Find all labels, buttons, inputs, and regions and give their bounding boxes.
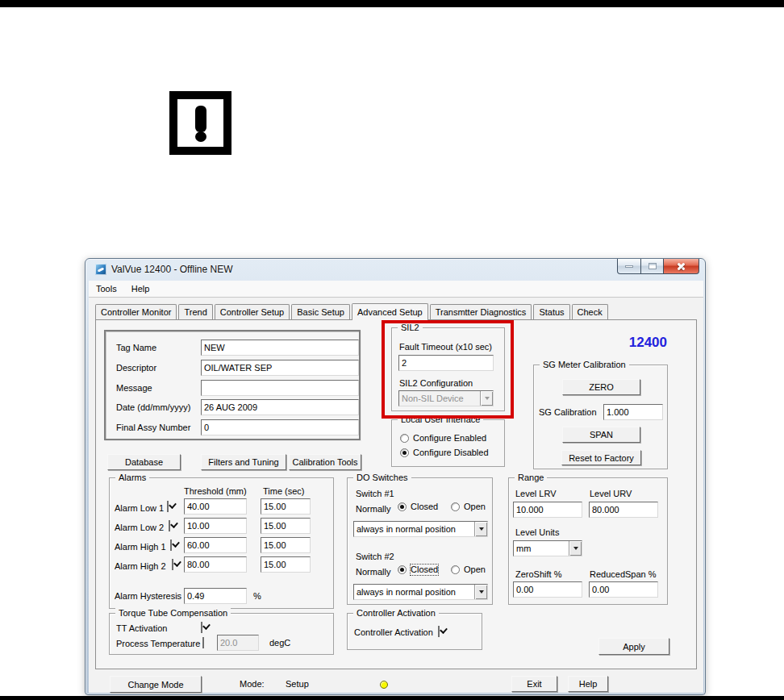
tab-advanced-setup[interactable]: Advanced Setup — [352, 303, 428, 320]
zeroshift-input[interactable] — [513, 581, 582, 598]
level-units-value: mm — [514, 544, 569, 553]
calibration-tools-button[interactable]: Calibration Tools — [289, 454, 361, 470]
process-temperature-checkbox[interactable] — [202, 637, 204, 648]
configure-enabled-radio[interactable] — [400, 434, 409, 443]
switch2-closed-label: Closed — [411, 565, 438, 575]
tag-name-input[interactable] — [201, 340, 359, 356]
maximize-button[interactable] — [641, 259, 664, 274]
warning-exclamation-icon — [169, 91, 231, 155]
alarms-group: Alarms Threshold (mm) Time (sec) Alarm L… — [109, 477, 334, 609]
level-lrv-input[interactable] — [513, 502, 582, 518]
sg-calibration-input[interactable] — [603, 404, 663, 420]
do-switches-group-title: DO Switches — [353, 473, 411, 482]
alarm-high2-threshold-input[interactable] — [184, 556, 247, 573]
alarm-low1-checkbox[interactable] — [167, 501, 169, 512]
configure-disabled-radio[interactable] — [400, 448, 409, 457]
controller-activation-group-title: Controller Activation — [353, 608, 439, 618]
tab-status[interactable]: Status — [533, 304, 569, 319]
alarm-low1-threshold-input[interactable] — [184, 498, 247, 515]
dropdown-arrow-button[interactable] — [474, 585, 487, 599]
alarm-low1-time-input[interactable] — [261, 498, 311, 515]
span-button[interactable]: SPAN — [562, 427, 640, 443]
alarm-low1-label: Alarm Low 1 — [115, 503, 164, 514]
controller-activation-label: Controller Activation — [354, 627, 433, 638]
switch1-closed-option[interactable]: Closed — [398, 502, 438, 512]
reducedspan-input[interactable] — [589, 581, 658, 598]
alarm-low2-threshold-input[interactable] — [184, 518, 247, 534]
alarm-high2-checkbox[interactable] — [172, 559, 173, 570]
alarm-hysteresis-label: Alarm Hysteresis — [115, 591, 181, 602]
chevron-down-icon — [573, 547, 578, 550]
switch2-open-option[interactable]: Open — [451, 565, 486, 575]
menu-tools[interactable]: Tools — [96, 284, 117, 294]
chevron-down-icon — [479, 590, 484, 594]
tt-activation-label: TT Activation — [116, 623, 167, 634]
alarm-high1-checkbox[interactable] — [170, 540, 172, 551]
alarm-high1-threshold-input[interactable] — [184, 537, 247, 553]
alarm-low2-checkbox[interactable] — [169, 520, 170, 531]
apply-button[interactable]: Apply — [598, 638, 669, 655]
switch1-open-label: Open — [464, 502, 486, 512]
minimize-icon — [625, 265, 633, 268]
alarm-high2-time-input[interactable] — [261, 556, 311, 573]
title-bar[interactable]: ValVue 12400 - Offline NEW — [85, 259, 705, 280]
final-assy-label: Final Assy Number — [116, 423, 190, 433]
minimize-button[interactable] — [617, 259, 641, 274]
switch1-open-radio[interactable] — [451, 502, 460, 511]
tab-controller-monitor[interactable]: Controller Monitor — [95, 304, 177, 319]
document-page: ValVue 12400 - Offline NEW Tools Help Co… — [0, 0, 784, 700]
zeroshift-label: ZeroShift % — [515, 569, 561, 580]
controller-activation-group: Controller Activation Controller Activat… — [347, 613, 482, 650]
switch1-open-option[interactable]: Open — [451, 502, 486, 512]
menu-help[interactable]: Help — [131, 284, 150, 294]
level-urv-input[interactable] — [589, 502, 658, 518]
switch2-open-label: Open — [464, 565, 486, 575]
window-title: ValVue 12400 - Offline NEW — [111, 264, 233, 275]
descriptor-input[interactable] — [201, 360, 359, 376]
switch1-closed-radio[interactable] — [398, 502, 407, 511]
switch2-closed-radio[interactable] — [398, 565, 407, 574]
alarm-high1-label: Alarm High 1 — [115, 542, 166, 552]
switch2-closed-option[interactable]: Closed — [398, 565, 438, 575]
sil2-config-value: Non-SIL Device — [399, 394, 480, 403]
date-input[interactable] — [201, 399, 359, 415]
message-input[interactable] — [201, 380, 359, 396]
dropdown-arrow-button[interactable] — [569, 541, 582, 556]
fault-timeout-label: Fault Timeout (x10 sec) — [399, 342, 492, 352]
zero-button[interactable]: ZERO — [562, 379, 640, 395]
fault-timeout-input[interactable] — [398, 355, 494, 371]
alarms-group-title: Alarms — [115, 473, 149, 482]
reset-to-factory-button[interactable]: Reset to Factory — [561, 450, 641, 465]
tab-basic-setup[interactable]: Basic Setup — [291, 304, 350, 319]
alarm-hysteresis-input[interactable] — [184, 588, 247, 604]
bottom-border-bar — [0, 696, 784, 700]
model-number: 12400 — [603, 335, 667, 351]
tab-controller-setup[interactable]: Controller Setup — [215, 304, 290, 319]
close-button[interactable] — [664, 259, 699, 274]
dropdown-arrow-button[interactable] — [474, 522, 487, 536]
alarm-low2-time-input[interactable] — [261, 518, 311, 534]
tt-activation-checkbox[interactable] — [201, 622, 202, 633]
final-assy-input[interactable] — [201, 419, 359, 435]
alarm-hysteresis-unit: % — [253, 591, 261, 602]
sil2-group-title: SIL2 — [398, 323, 423, 332]
switch2-action-dropdown[interactable]: always in normal position — [353, 584, 488, 600]
tab-transmitter-diagnostics[interactable]: Transmtter Diagnostics — [430, 304, 532, 319]
mode-label: Mode: — [240, 679, 265, 690]
alarm-high1-time-input[interactable] — [261, 537, 311, 553]
database-button[interactable]: Database — [107, 454, 181, 470]
switch2-open-radio[interactable] — [451, 565, 460, 574]
tab-check[interactable]: Check — [572, 304, 608, 319]
range-group: Range Level LRV Level URV Level Units mm… — [508, 477, 668, 605]
switch1-action-dropdown[interactable]: always in normal position — [353, 521, 488, 537]
level-units-dropdown[interactable]: mm — [513, 540, 582, 556]
exit-button[interactable]: Exit — [511, 676, 557, 692]
filters-and-tuning-button[interactable]: Filters and Tuning — [201, 454, 286, 470]
help-button[interactable]: Help — [568, 676, 608, 692]
tab-trend[interactable]: Trend — [178, 304, 212, 319]
configure-disabled-option[interactable]: Configure Disabled — [400, 448, 489, 458]
change-mode-button[interactable]: Change Mode — [110, 676, 202, 693]
configure-enabled-option[interactable]: Configure Enabled — [400, 433, 486, 444]
switch2-action-value: always in normal position — [354, 587, 474, 597]
controller-activation-checkbox[interactable] — [438, 626, 440, 637]
